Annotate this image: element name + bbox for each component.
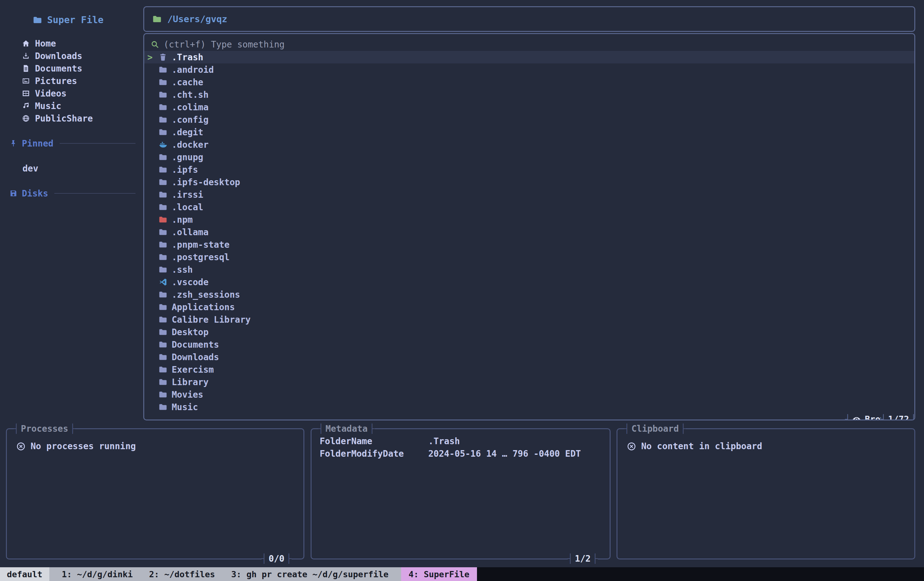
file-name: .ssh <box>172 265 193 275</box>
picture-icon <box>22 77 30 85</box>
disks-header-label: Disks <box>22 189 48 199</box>
file-name: .degit <box>172 127 203 137</box>
tmux-window[interactable]: 1: ~/d/g/dinki <box>62 569 133 579</box>
file-browser-panel: /Users/gvqz > .Trash .android .cache .ch… <box>143 6 915 420</box>
sidebar-item-pictures[interactable]: Pictures <box>22 74 140 87</box>
processes-empty-message: No processes running <box>31 441 136 451</box>
processes-panel: Processes No processes running 0/0 <box>6 428 304 559</box>
disk-icon <box>9 189 18 197</box>
file-row[interactable]: .ssh <box>144 263 914 276</box>
path-bar[interactable]: /Users/gvqz <box>143 6 915 32</box>
file-name: Music <box>172 402 198 412</box>
search-bar <box>144 38 914 51</box>
tmux-status-bar: default 1: ~/d/g/dinki 2: ~/dotfiles 3: … <box>0 567 924 581</box>
metadata-panel: Metadata FolderName .Trash FolderModifyD… <box>310 428 610 559</box>
sidebar-item-downloads[interactable]: Downloads <box>22 50 140 62</box>
folder-icon <box>158 328 167 336</box>
metadata-value: .Trash <box>428 436 460 446</box>
file-name: .npm <box>172 215 193 225</box>
sidebar-item-home[interactable]: Home <box>22 37 140 50</box>
file-name: .colima <box>172 102 208 113</box>
pinned-item-label: dev <box>23 163 38 174</box>
tmux-active-window[interactable]: 4: SuperFile <box>401 567 477 581</box>
folder-icon <box>158 290 167 299</box>
file-row[interactable]: Exercism <box>144 363 914 376</box>
sidebar-item-label: PublicShare <box>35 113 93 124</box>
download-icon <box>22 52 30 60</box>
folder-icon <box>158 253 167 262</box>
file-row[interactable]: .config <box>144 113 914 126</box>
section-divider <box>54 193 135 194</box>
file-row[interactable]: .zsh_sessions <box>144 288 914 301</box>
folder-icon <box>158 340 167 349</box>
file-row[interactable]: .degit <box>144 126 914 138</box>
file-row[interactable]: .colima <box>144 101 914 113</box>
file-row[interactable]: Documents <box>144 338 914 351</box>
sidebar-item-label: Documents <box>35 63 82 74</box>
metadata-value: 2024-05-16 14 … 796 -0400 EDT <box>428 449 581 459</box>
folder-icon <box>158 103 167 111</box>
file-row[interactable]: Calibre Library <box>144 313 914 326</box>
folder-icon <box>158 190 167 199</box>
file-row[interactable]: .ipfs <box>144 163 914 176</box>
file-row[interactable]: Desktop <box>144 326 914 338</box>
file-row[interactable]: .ipfs-desktop <box>144 176 914 189</box>
sidebar-item-music[interactable]: Music <box>22 99 140 112</box>
sidebar-item-documents[interactable]: Documents <box>22 62 140 74</box>
file-row[interactable]: Music <box>144 401 914 413</box>
tmux-session-name[interactable]: default <box>0 567 50 581</box>
file-name: .cache <box>172 77 203 88</box>
file-row[interactable]: .ollama <box>144 226 914 238</box>
file-name: .cht.sh <box>172 89 208 100</box>
file-name: Movies <box>172 389 203 400</box>
tmux-window[interactable]: 2: ~/dotfiles <box>149 569 215 579</box>
folder-icon <box>158 90 167 99</box>
sidebar-item-videos[interactable]: Videos <box>22 87 140 99</box>
metadata-row: FolderModifyDate 2024-05-16 14 … 796 -04… <box>320 447 610 460</box>
tmux-window[interactable]: 3: gh pr create ~/d/g/superfile <box>231 569 389 579</box>
file-name: .gnupg <box>172 152 203 162</box>
file-row[interactable]: .gnupg <box>144 151 914 163</box>
folder-icon <box>158 128 167 136</box>
document-icon <box>22 65 30 73</box>
clipboard-empty-state: No content in clipboard <box>627 441 914 451</box>
file-row[interactable]: Movies <box>144 388 914 401</box>
file-name: Desktop <box>172 327 208 338</box>
file-name: Exercism <box>172 364 214 375</box>
file-name: .zsh_sessions <box>172 290 240 300</box>
search-input[interactable] <box>163 39 914 50</box>
file-name: .irssi <box>172 190 203 200</box>
file-name: .Trash <box>172 52 203 63</box>
file-row[interactable]: .android <box>144 63 914 76</box>
clipboard-title-label: Clipboard <box>632 423 679 435</box>
file-name: .local <box>172 202 203 212</box>
panel-position: 1/72 <box>888 413 909 420</box>
file-row[interactable]: .irssi <box>144 189 914 201</box>
section-divider <box>59 143 135 144</box>
file-row[interactable]: .docker <box>144 138 914 151</box>
metadata-panel-title: Metadata <box>318 423 375 435</box>
file-row[interactable]: .pnpm-state <box>144 238 914 251</box>
file-row[interactable]: Applications <box>144 301 914 313</box>
file-row[interactable]: .cache <box>144 76 914 88</box>
pinned-item[interactable]: dev <box>23 162 140 175</box>
file-list: > .Trash .android .cache .cht.sh .colima… <box>144 51 914 413</box>
file-row[interactable]: .vscode <box>144 276 914 288</box>
file-row[interactable]: .npm <box>144 214 914 226</box>
path-folder-icon <box>152 14 162 24</box>
metadata-key: FolderModifyDate <box>320 449 428 459</box>
file-row[interactable]: > .Trash <box>144 51 914 63</box>
file-row[interactable]: .postgresql <box>144 251 914 263</box>
folder-icon <box>158 240 167 249</box>
folder-icon <box>158 390 167 399</box>
pinned-section-header: Pinned <box>9 137 140 150</box>
app-title-label: Super File <box>47 14 104 25</box>
metadata-title-label: Metadata <box>325 423 368 435</box>
file-row[interactable]: Downloads <box>144 351 914 363</box>
file-row[interactable]: Library <box>144 376 914 388</box>
file-row[interactable]: .local <box>144 201 914 214</box>
file-row[interactable]: .cht.sh <box>144 88 914 101</box>
sidebar-item-publicshare[interactable]: PublicShare <box>22 112 140 125</box>
processes-title-label: Processes <box>21 423 68 435</box>
eye-icon <box>852 415 861 420</box>
